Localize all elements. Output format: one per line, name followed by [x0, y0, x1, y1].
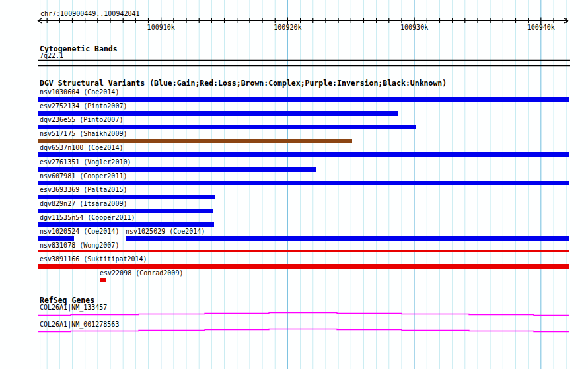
variant-label: esv22098 (Conrad2009)	[100, 269, 183, 277]
variant-bar-gain[interactable]	[38, 111, 398, 116]
variant-label: nsv1020524 (Coe2014)	[40, 228, 119, 235]
variant-label: esv3891166 (Suktitipat2014)	[40, 255, 147, 263]
variant-label: nsv1030604 (Coe2014)	[40, 88, 119, 96]
gene-model-2[interactable]	[38, 329, 569, 332]
ruler-tick-label: 100930k	[400, 24, 428, 31]
variant-label: dgv11535n54 (Cooper2011)	[40, 214, 135, 221]
variant-label: dgv6537n100 (Coe2014)	[40, 144, 123, 151]
variant-bar-gain[interactable]	[38, 97, 569, 102]
gene-label-2: COL26A1|NM_001278563	[40, 321, 119, 328]
ruler-tick-label: 100940k	[527, 24, 555, 31]
variant-bar-gain[interactable]	[126, 236, 569, 241]
section-title-dgv-structural-variants: DGV Structural Variants (Blue:Gain;Red:L…	[40, 79, 447, 87]
ruler-tick-label: 100920k	[274, 24, 301, 31]
variant-bar-loss[interactable]	[38, 264, 569, 269]
gene-model-1[interactable]	[38, 313, 569, 316]
gene-label-1: COL26A1|NM_133457	[40, 304, 107, 311]
variant-bar-gain[interactable]	[38, 181, 569, 185]
variant-label: esv3693369 (Palta2015)	[40, 186, 127, 193]
variant-label: dgv236e55 (Pinto2007)	[40, 116, 123, 123]
genome-browser-panel: chr7:100900449..100942041 100910k100920k…	[0, 0, 588, 369]
variant-label: nsv607981 (Cooper2011)	[40, 172, 127, 180]
variant-label: esv2752134 (Pinto2007)	[40, 102, 127, 110]
variant-bar-gain[interactable]	[38, 152, 569, 157]
variant-label: nsv517175 (Shaikh2009)	[40, 130, 127, 137]
variant-bar-gain[interactable]	[38, 125, 416, 129]
variant-bar-loss[interactable]	[38, 250, 569, 252]
variant-bar-gain[interactable]	[38, 236, 74, 241]
variant-label: esv2761351 (Vogler2010)	[40, 158, 131, 166]
variant-label: nsv831078 (Wong2007)	[40, 242, 119, 249]
variant-label: nsv1025029 (Coe2014)	[126, 228, 205, 235]
ruler-tick-label: 100910k	[147, 24, 175, 31]
variant-bar-gain[interactable]	[38, 209, 213, 213]
region-position-label: chr7:100900449..100942041	[40, 10, 140, 17]
variant-bar-gain[interactable]	[38, 167, 316, 172]
cytoband-label: 7q22.1	[40, 52, 63, 59]
variant-bar-loss[interactable]	[100, 278, 106, 282]
variant-bar-gain[interactable]	[38, 222, 214, 227]
variant-bar-gain[interactable]	[38, 195, 215, 199]
variant-bar-complex[interactable]	[38, 139, 352, 143]
variant-label: dgv829n27 (Itsara2009)	[40, 200, 127, 207]
